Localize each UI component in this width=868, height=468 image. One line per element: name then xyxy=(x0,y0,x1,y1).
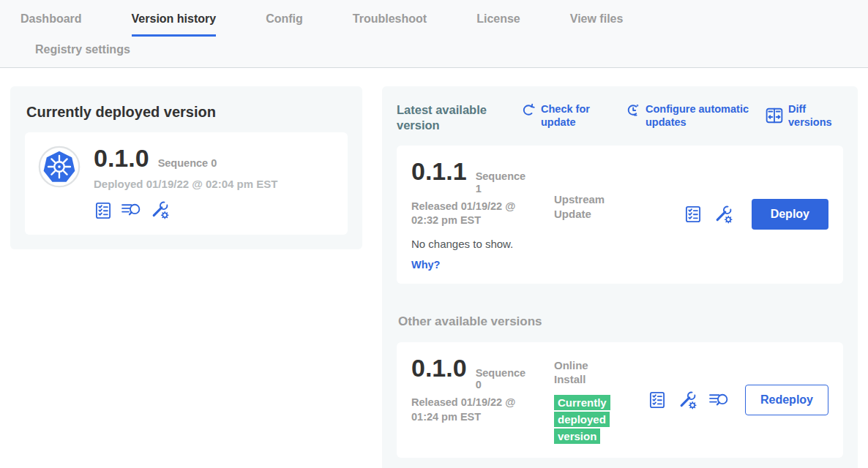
diff-versions-icon xyxy=(766,107,783,124)
config-wrench-icon[interactable] xyxy=(678,390,697,410)
latest-version-source: Upstream Update xyxy=(554,159,621,270)
config-wrench-icon[interactable] xyxy=(150,200,170,220)
tab-registry-settings[interactable]: Registry settings xyxy=(35,43,818,56)
tab-license[interactable]: License xyxy=(476,12,520,37)
latest-changes-summary: No changes to show. xyxy=(411,238,554,250)
available-versions-panel: Latest available version Check for updat… xyxy=(382,86,858,468)
other-version-info: 0.1.0 Sequence 0 Released 01/19/22 @ 01:… xyxy=(411,355,554,445)
deployed-timestamp: Deployed 01/19/22 @ 02:04 pm EST xyxy=(94,178,277,190)
latest-available-header: Latest available version Check for updat… xyxy=(397,98,843,132)
diff-versions-label: Diff versions xyxy=(788,102,843,129)
latest-version-info: 0.1.1 Sequence 1 Released 01/19/22 @ 02:… xyxy=(411,159,554,270)
configure-automatic-updates-link[interactable]: Configure automatic updates xyxy=(626,102,766,129)
scheduled-update-icon xyxy=(626,102,640,117)
redeploy-button[interactable]: Redeploy xyxy=(745,385,828,415)
latest-sequence-label: Sequence 1 xyxy=(476,170,527,195)
currently-deployed-badge-wrap: Currently deployed version xyxy=(554,394,614,445)
top-navigation: Dashboard Version history Config Trouble… xyxy=(0,0,868,68)
deployed-version-actions xyxy=(94,200,277,220)
currently-deployed-panel: Currently deployed version 0.1.0 Sequenc… xyxy=(10,86,362,249)
nav-row-2: Registry settings xyxy=(0,37,868,67)
main-content: Currently deployed version 0.1.0 Sequenc… xyxy=(0,68,868,468)
preflight-checks-icon[interactable] xyxy=(648,390,667,410)
refresh-icon xyxy=(521,102,536,117)
other-version-card: 0.1.0 Sequence 0 Released 01/19/22 @ 01:… xyxy=(397,342,843,458)
check-for-update-link[interactable]: Check for update xyxy=(521,102,601,129)
nav-row-1: Dashboard Version history Config Trouble… xyxy=(0,12,868,37)
latest-released-timestamp: Released 01/19/22 @ 02:32 pm EST xyxy=(411,200,528,228)
diff-versions-link[interactable]: Diff versions xyxy=(766,102,843,129)
other-version-number: 0.1.0 xyxy=(411,355,467,380)
deployed-version-number: 0.1.0 xyxy=(94,146,149,170)
latest-version-number: 0.1.1 xyxy=(411,159,467,184)
config-wrench-icon[interactable] xyxy=(714,205,733,224)
currently-deployed-heading: Currently deployed version xyxy=(26,104,348,121)
deploy-button[interactable]: Deploy xyxy=(752,199,828,230)
other-version-source: Online Install xyxy=(554,358,621,387)
tab-view-files[interactable]: View files xyxy=(570,12,624,37)
tab-troubleshoot[interactable]: Troubleshoot xyxy=(353,12,427,37)
configure-automatic-updates-label: Configure automatic updates xyxy=(646,102,766,129)
currently-deployed-card: 0.1.0 Sequence 0 Deployed 01/19/22 @ 02:… xyxy=(25,132,348,235)
deployed-version-info: 0.1.0 Sequence 0 Deployed 01/19/22 @ 02:… xyxy=(94,146,277,220)
other-version-source-col: Online Install Currently deployed versio… xyxy=(554,355,621,445)
other-released-timestamp: Released 01/19/22 @ 01:24 pm EST xyxy=(411,396,528,424)
check-for-update-label: Check for update xyxy=(541,102,601,129)
preflight-checks-icon[interactable] xyxy=(684,205,703,224)
preflight-checks-icon[interactable] xyxy=(94,201,113,220)
deployed-sequence-label: Sequence 0 xyxy=(158,157,217,170)
view-files-icon[interactable] xyxy=(708,391,730,410)
latest-version-card: 0.1.1 Sequence 1 Released 01/19/22 @ 02:… xyxy=(397,146,843,283)
other-versions-heading: Other available versions xyxy=(398,314,843,329)
latest-version-actions: Deploy xyxy=(684,199,828,230)
currently-deployed-badge: Currently deployed version xyxy=(554,395,610,445)
tab-version-history[interactable]: Version history xyxy=(132,12,217,37)
tab-dashboard[interactable]: Dashboard xyxy=(20,12,82,37)
view-files-icon[interactable] xyxy=(121,201,142,219)
why-link[interactable]: Why? xyxy=(411,259,554,271)
kubernetes-logo xyxy=(38,146,81,188)
other-version-actions: Redeploy xyxy=(648,385,828,415)
latest-available-heading: Latest available version xyxy=(397,102,506,132)
tab-config[interactable]: Config xyxy=(266,12,303,37)
other-sequence-label: Sequence 0 xyxy=(476,367,527,391)
